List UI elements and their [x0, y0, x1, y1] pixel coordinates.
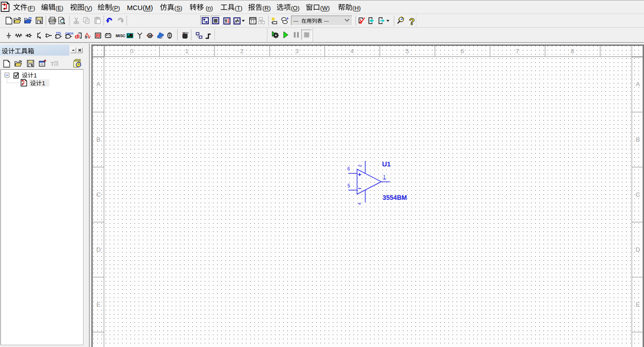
svg-text:1: 1	[34, 72, 37, 79]
svg-text:(P): (P)	[112, 5, 120, 11]
svg-text:---: ---	[324, 18, 329, 23]
svg-text:1: 1	[383, 175, 386, 180]
svg-text:6: 6	[460, 48, 464, 55]
svg-text:1: 1	[42, 80, 45, 87]
svg-text:(T): (T)	[235, 5, 242, 11]
svg-text:4: 4	[357, 203, 362, 205]
svg-text:5: 5	[405, 48, 409, 55]
svg-text:B: B	[96, 136, 101, 143]
svg-text:(V): (V)	[84, 5, 92, 11]
svg-text:C: C	[96, 191, 101, 198]
svg-text:(F): (F)	[28, 5, 35, 11]
svg-text:8: 8	[571, 48, 574, 55]
svg-text:D: D	[636, 246, 640, 253]
svg-text:E: E	[636, 301, 640, 308]
svg-text:A: A	[96, 81, 101, 88]
svg-text:A: A	[636, 81, 640, 88]
svg-text:5: 5	[347, 183, 350, 188]
svg-text:---: ---	[293, 18, 298, 23]
svg-text:d: d	[75, 33, 78, 40]
svg-text:M: M	[160, 36, 162, 39]
svg-text:1: 1	[185, 48, 189, 55]
svg-text:CMOS: CMOS	[65, 32, 73, 35]
svg-text:M: M	[148, 33, 151, 38]
svg-text:e: e	[55, 61, 57, 66]
svg-text:(n): (n)	[204, 5, 213, 11]
svg-text:(H): (H)	[353, 5, 361, 11]
svg-text:(W): (W)	[320, 5, 330, 11]
svg-text:E: E	[96, 301, 101, 308]
svg-text:(E): (E)	[56, 5, 63, 11]
svg-text:MCU(M): MCU(M)	[127, 4, 153, 11]
svg-text:3554BM: 3554BM	[383, 194, 407, 201]
svg-text:4: 4	[350, 48, 354, 55]
svg-text:0: 0	[85, 34, 87, 39]
svg-text:(O): (O)	[291, 5, 300, 11]
svg-text:MISC: MISC	[116, 33, 125, 38]
svg-text:6: 6	[347, 166, 350, 171]
svg-text:3: 3	[295, 48, 299, 55]
svg-text:0: 0	[130, 48, 134, 55]
svg-text:C: C	[636, 191, 640, 198]
svg-text:?: ?	[409, 16, 415, 27]
svg-text:D: D	[96, 246, 101, 253]
svg-text:(R): (R)	[263, 5, 271, 11]
svg-text:U1: U1	[382, 160, 391, 168]
svg-text:(S): (S)	[174, 5, 182, 11]
svg-text:TTL: TTL	[56, 32, 62, 35]
svg-text:2: 2	[240, 48, 244, 55]
svg-text:B: B	[636, 136, 640, 143]
svg-text:7: 7	[515, 48, 519, 55]
svg-text:2: 2	[357, 165, 362, 167]
svg-text:V: V	[88, 34, 91, 39]
